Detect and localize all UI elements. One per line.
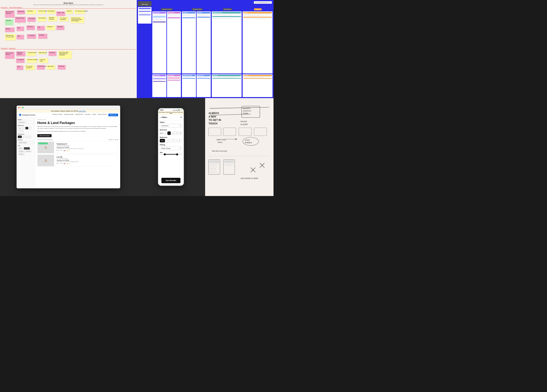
loc-l3 [197, 15, 210, 15]
sidebar-parking-select[interactable]: Single Garage ▾ [18, 141, 34, 144]
sketch-box-3 [239, 128, 252, 136]
sticky-newsletters2: Newsletters [38, 34, 47, 39]
maximize-dot[interactable] [22, 107, 24, 108]
pin-label: PIN IN A PLACE [212, 150, 227, 152]
bath-1[interactable]: 1 [22, 136, 25, 138]
mobile-bath-1[interactable]: 1 [165, 139, 171, 142]
range-thumb-right[interactable] [176, 153, 178, 155]
invd-header: Why Invest [243, 75, 272, 76]
sticky-showevents: Show Home events / leadthroughs with sal… [58, 51, 72, 59]
sticky-placeholder2: Friends and Family [38, 10, 46, 14]
filter-close-btn[interactable]: ✕ [180, 116, 182, 119]
bed-3[interactable]: 3 [29, 127, 31, 129]
size-50-80[interactable]: 50-80m² [18, 147, 23, 150]
sticky-newsletters: Newsletters [56, 26, 64, 30]
homes-for-sale-badge: Homes For Sale [161, 8, 173, 10]
mobile-bath-any[interactable]: Any [160, 139, 165, 142]
sticky-totalshow: Total Show Immigration [27, 58, 37, 63]
hl-line10 [153, 23, 162, 24]
developments-card: Developments [167, 11, 181, 73]
nav-about[interactable]: About [92, 114, 96, 116]
dev-l1 [168, 14, 180, 14]
inv-l4 [243, 16, 259, 16]
mobile-bed-5[interactable]: 5 [179, 131, 182, 135]
bed-1[interactable]: 1 [22, 127, 25, 129]
mobile-bed-1[interactable]: 1 [164, 131, 167, 135]
grid-icon[interactable]: ⊞ [117, 139, 118, 140]
bed-4[interactable]: 4 [18, 130, 21, 132]
sidebar-region-select[interactable]: Canterbury ▾ [18, 121, 34, 124]
talk-to-team-btn[interactable]: Talk to the team [37, 134, 52, 137]
announcement-link[interactable]: Learn More [78, 110, 86, 112]
signal-icon: ▲▲▲ [173, 109, 177, 111]
bath-3[interactable]: 3 [29, 136, 31, 138]
size-120-160[interactable]: 120-160m² [18, 150, 24, 153]
bed-5[interactable]: 5 [21, 130, 24, 132]
info-label: INFO [218, 141, 223, 143]
size-160-250[interactable]: 160-250m² [18, 153, 24, 155]
mobile-bed-any[interactable]: Any [160, 131, 163, 135]
sticky-radio-p1: Radio [17, 27, 24, 31]
fp-l1 [197, 77, 210, 77]
bottom-right-panel: 19:02 ▲▲▲ wifi 🔋 New Release: Madras Squ… [137, 98, 274, 196]
hl-label-1: House & Land [153, 12, 160, 13]
mobile-parking-select[interactable]: Single Garage ▾ [160, 146, 182, 150]
drip-fed-label: DRIP FED [217, 138, 226, 140]
nav-help[interactable]: Help & Advice [98, 114, 107, 116]
map-icon[interactable]: ⊞ [115, 139, 116, 140]
nav-showhomes[interactable]: Showhomes [75, 114, 83, 116]
mobile-bath-3[interactable]: 3 [177, 139, 182, 142]
mobile-bath-2[interactable]: 2 [171, 139, 177, 142]
locations-card: Locations [197, 11, 211, 73]
nav-cta-btn[interactable]: Talk to Us [108, 114, 118, 116]
size-80-120[interactable]: 80-120m² [24, 147, 30, 150]
devd-header: Developments [168, 75, 180, 76]
co-l1 [183, 77, 195, 77]
dev-l5 [168, 16, 180, 17]
wire-layout: Homes For Sale Design & Build Showhomes … [137, 0, 274, 98]
hl-line6 [153, 19, 166, 20]
hl-header-1: House & Land [153, 12, 166, 13]
mobile-bed-4[interactable]: 4 [175, 131, 178, 135]
mobile-region-select[interactable]: Canterbury ▾ [160, 124, 182, 127]
listing-card-1[interactable]: 🏠 First Home Buyer Townhouse 9 256-266 A… [37, 142, 118, 153]
minimize-dot[interactable] [20, 107, 21, 108]
inv-l2 [243, 14, 263, 15]
hl-line7 [153, 20, 162, 20]
persona2-area: Word of mouth / Referrals Newspaper / ma… [0, 50, 137, 83]
see-results-btn[interactable]: See Results [161, 178, 180, 183]
bath-2[interactable]: 2 [26, 136, 28, 138]
second-sub-row: House & Land Developments [138, 74, 273, 97]
co-label: Collection Overview [183, 75, 192, 76]
dev-cta [168, 17, 180, 18]
collections-card: Collections [182, 11, 196, 73]
listing-features-2: 🛏 4 🚿 2 🚗 1 📐 2 [57, 163, 117, 164]
sticky-tv-p2: TV / broadcast [16, 58, 24, 63]
sticky-plasticads: Programmatic ads [15, 17, 26, 23]
logo: m mikegreerhomes [19, 113, 35, 116]
mobile-bed-3[interactable]: 3 [171, 131, 175, 135]
bed-2[interactable]: 2 [26, 127, 28, 129]
dev-label: Developments [168, 12, 174, 13]
size-160-200[interactable]: 160-200m² [25, 150, 32, 153]
list-icon[interactable]: ☰ [113, 139, 114, 140]
sketch-box-2 [223, 128, 236, 136]
small-wf-header [209, 160, 219, 163]
sidebar: Region Canterbury ▾ Bedrooms Any 1 2 3 4… [17, 117, 35, 188]
mobile-baths-label: Bathrooms [160, 137, 182, 138]
sticky-supermarkets: Supermarkets [17, 10, 25, 14]
heart-icon-1: ♥ [9, 30, 10, 31]
close-dot[interactable] [18, 107, 20, 108]
phone-scroll[interactable]: Region Canterbury ▾ Bedrooms Any 1 2 3 4… [158, 120, 184, 176]
bed-any[interactable]: Any [18, 127, 22, 129]
nav-homes[interactable]: Homes for Sale [52, 114, 62, 116]
sort-controls: Sort by ☰ ⊞ ⊞ [109, 139, 118, 140]
listing-card-2[interactable]: 🏠 Lot 142 21 Panewaka Street Starting fr… [37, 155, 118, 166]
wifi-icon: wifi [177, 109, 180, 111]
range-thumb-left[interactable] [164, 153, 166, 155]
nav-design[interactable]: Design & Build [64, 114, 74, 116]
nav-investors[interactable]: Investors [85, 114, 90, 116]
size-icon-2: 📐 2 [67, 163, 70, 164]
bath-any[interactable]: Any [18, 136, 22, 138]
mobile-bed-2[interactable]: 2 [167, 131, 171, 135]
